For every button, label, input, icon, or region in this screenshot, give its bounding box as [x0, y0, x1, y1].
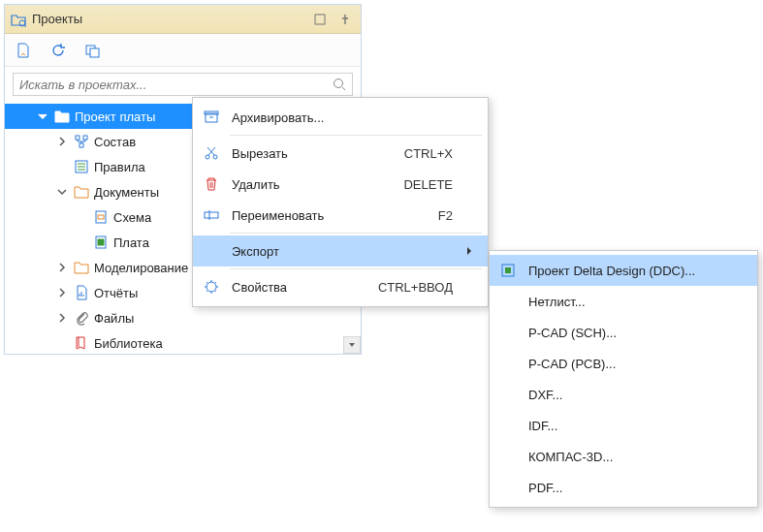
tree-item-label: Библиотека [94, 336, 163, 351]
menu-item-label: Архивировать... [232, 110, 441, 125]
submenu-item-label: PDF... [528, 481, 744, 495]
svg-rect-5 [76, 136, 79, 140]
refresh-icon[interactable] [49, 42, 67, 59]
svg-rect-3 [90, 48, 99, 57]
cut-icon [203, 144, 220, 162]
blank-icon [499, 479, 517, 496]
svg-rect-7 [79, 143, 83, 147]
tree-item-label: Моделирование [94, 261, 188, 275]
archive-icon [203, 109, 220, 126]
submenu-item[interactable]: P-CAD (PCB)... [490, 348, 757, 379]
tree-item[interactable]: Библиотека [5, 330, 361, 356]
ddc-icon [499, 262, 517, 279]
panel-header: Проекты [5, 5, 361, 34]
tree-icon [73, 133, 90, 150]
submenu-item[interactable]: P-CAD (SCH)... [490, 317, 757, 348]
submenu-item[interactable]: Нетлист... [490, 286, 757, 317]
menu-separator [230, 268, 482, 269]
submenu-item[interactable]: Проект Delta Design (DDC)... [490, 255, 757, 286]
folder-icon [73, 259, 90, 276]
tree-item[interactable]: Файлы [5, 305, 361, 330]
rename-icon [203, 206, 220, 224]
submenu-item-label: КОМПАС-3D... [528, 450, 744, 464]
menu-item[interactable]: УдалитьDELETE [193, 169, 488, 200]
tree-item-label: Отчёты [94, 286, 138, 300]
tree-item-label: Правила [94, 160, 145, 174]
menu-separator [230, 135, 482, 136]
search-box [13, 73, 353, 96]
submenu-item[interactable]: DXF... [490, 379, 757, 410]
clip-icon [73, 309, 90, 327]
props-icon [203, 278, 220, 296]
menu-item-shortcut: CTRL+ВВОД [378, 280, 453, 295]
blank-icon [499, 386, 517, 403]
expand-arrow-icon[interactable] [55, 288, 69, 297]
expand-arrow-icon[interactable] [55, 137, 69, 146]
menu-item-shortcut: DELETE [403, 177, 453, 192]
blank-icon [499, 448, 517, 465]
svg-rect-1 [315, 15, 325, 24]
new-doc-icon[interactable] [15, 42, 32, 59]
library-icon [73, 334, 90, 352]
projects-folder-icon [11, 12, 26, 27]
submenu-item-label: P-CAD (SCH)... [528, 326, 744, 340]
expand-arrow-icon[interactable] [55, 187, 69, 197]
menu-item[interactable]: ВырезатьCTRL+X [193, 138, 488, 169]
submenu-item-label: DXF... [528, 388, 744, 402]
scroll-down-button[interactable] [343, 336, 361, 354]
panel-toolbar [5, 34, 361, 67]
schem-icon [92, 208, 110, 226]
expand-arrow-icon[interactable] [36, 111, 49, 121]
blank-icon [499, 324, 517, 341]
menu-item-label: Переименовать [232, 208, 427, 223]
context-menu: Архивировать...ВырезатьCTRL+XУдалитьDELE… [192, 97, 489, 307]
expand-arrow-icon[interactable] [55, 263, 69, 272]
svg-rect-20 [505, 267, 511, 273]
tree-item-label: Документы [94, 185, 159, 200]
tree-item-label: Проект платы [75, 110, 155, 124]
pin-icon[interactable] [335, 14, 355, 25]
menu-item-shortcut: F2 [438, 208, 453, 223]
submenu-item[interactable]: IDF... [490, 410, 757, 441]
rules-icon [73, 158, 90, 175]
svg-rect-17 [205, 212, 218, 218]
submenu-item-label: P-CAD (PCB)... [528, 357, 744, 371]
submenu-item[interactable]: PDF... [490, 472, 757, 503]
blank-icon [499, 293, 517, 310]
export-submenu: Проект Delta Design (DDC)...Нетлист...P-… [489, 250, 758, 508]
maximize-icon[interactable] [310, 14, 330, 25]
menu-item-label: Удалить [232, 177, 392, 192]
menu-item-label: Экспорт [232, 244, 441, 259]
submenu-item-label: Нетлист... [528, 295, 744, 309]
menu-separator [230, 233, 482, 234]
collapse-icon[interactable] [84, 42, 102, 59]
menu-item-label: Вырезать [232, 146, 393, 161]
tree-item-label: Схема [113, 210, 151, 225]
menu-item[interactable]: Архивировать... [193, 102, 488, 133]
submenu-item-label: Проект Delta Design (DDC)... [528, 264, 744, 278]
menu-item-label: Свойства [232, 280, 366, 295]
search-icon[interactable] [332, 77, 347, 92]
svg-rect-6 [83, 136, 87, 140]
blank-icon [499, 417, 517, 434]
tree-item-label: Состав [94, 135, 136, 149]
svg-rect-10 [98, 215, 104, 219]
svg-rect-12 [98, 239, 104, 245]
folder-board [53, 108, 71, 125]
menu-item[interactable]: Экспорт [193, 235, 488, 266]
search-input[interactable] [13, 73, 353, 96]
trash-icon [203, 175, 220, 193]
tree-item-label: Плата [113, 235, 149, 250]
blank-icon [499, 355, 517, 372]
submenu-item[interactable]: КОМПАС-3D... [490, 441, 757, 472]
menu-item[interactable]: СвойстваCTRL+ВВОД [193, 271, 488, 302]
report-icon [73, 284, 90, 301]
folder-icon [73, 183, 90, 201]
svg-point-15 [206, 155, 209, 159]
tree-item-label: Файлы [94, 311, 134, 326]
expand-arrow-icon[interactable] [55, 313, 69, 323]
panel-title: Проекты [32, 12, 304, 26]
menu-item[interactable]: ПереименоватьF2 [193, 200, 488, 231]
blank-icon [203, 242, 220, 260]
board-icon [92, 234, 110, 251]
